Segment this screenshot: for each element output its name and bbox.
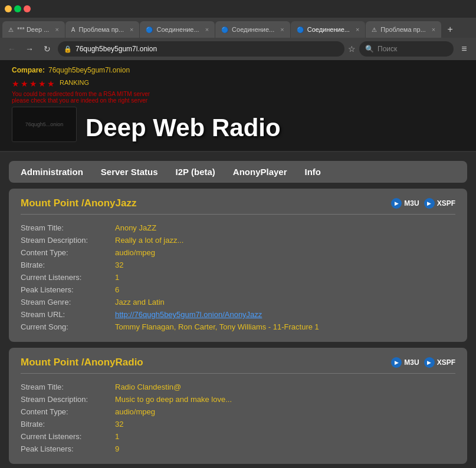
- xspf-icon-jazz: ▶: [424, 198, 435, 209]
- tab-title-3: Соединение...: [156, 26, 199, 33]
- main-navigation: Administration Server Status I2P (beta) …: [9, 161, 467, 183]
- stream-value-bitrate-radio: 32: [115, 420, 123, 429]
- tab-close-4[interactable]: ×: [280, 26, 284, 33]
- mount-links-radio: ▶ M3U ▶ XSPF: [391, 357, 455, 368]
- tab-close-6[interactable]: ×: [432, 26, 435, 33]
- menu-button[interactable]: ≡: [457, 42, 471, 56]
- tab-title-1: *** Deep ...: [17, 26, 49, 33]
- tab-1[interactable]: ⚠ *** Deep ... ×: [2, 21, 65, 38]
- navigation-bar: ← → ↻ 🔒 76qugh5bey5gum7l.onion ☆ 🔍 Поиск…: [0, 38, 476, 60]
- address-bar[interactable]: 🔒 76qugh5bey5gum7l.onion: [58, 41, 344, 57]
- xspf-link-jazz[interactable]: ▶ XSPF: [424, 198, 455, 209]
- tab-title-4: Соединение...: [232, 26, 274, 33]
- tab-5[interactable]: 🔵 Соединение... ×: [291, 21, 366, 38]
- stream-row-desc-radio: Stream Description: Music to go deep and…: [21, 393, 455, 406]
- stream-value-song: Tommy Flanagan, Ron Carter, Tony William…: [115, 322, 319, 331]
- tab-3[interactable]: 🔵 Соединение... ×: [140, 21, 215, 38]
- window-controls: [5, 5, 31, 12]
- stream-label-title-radio: Stream Title:: [21, 383, 115, 391]
- m3u-icon-jazz: ▶: [391, 198, 402, 209]
- lock-icon: 🔒: [64, 45, 72, 53]
- stream-row-desc-jazz: Stream Description: Really a lot of jazz…: [21, 234, 455, 246]
- stream-label-title: Stream Title:: [21, 223, 115, 232]
- tab-2[interactable]: А Проблема пр... ×: [65, 21, 140, 38]
- tab-title-5: Соединение...: [307, 26, 350, 33]
- nav-item-i2p-beta[interactable]: I2P (beta): [176, 167, 215, 177]
- stream-value-listeners-radio: 1: [115, 432, 119, 441]
- stream-label-peak: Peak Listeners:: [21, 285, 115, 294]
- compare-label: Compare:: [12, 66, 45, 74]
- tab-close-5[interactable]: ×: [356, 26, 359, 33]
- stream-label-desc-radio: Stream Description:: [21, 395, 115, 404]
- m3u-label-radio: M3U: [404, 358, 419, 367]
- bookmark-button[interactable]: ☆: [348, 44, 356, 54]
- tab-4[interactable]: 🔵 Соединение... ×: [215, 21, 290, 38]
- tab-close-1[interactable]: ×: [55, 26, 58, 33]
- star-label: RANKING: [60, 79, 89, 88]
- xspf-link-radio[interactable]: ▶ XSPF: [424, 357, 455, 368]
- stream-label-peak-radio: Peak Listeners:: [21, 444, 115, 453]
- m3u-link-jazz[interactable]: ▶ M3U: [391, 198, 419, 209]
- stream-row-song-jazz: Current Song: Tommy Flanagan, Ron Carter…: [21, 321, 455, 333]
- star-1: ★: [12, 79, 19, 88]
- stream-value-content-radio: audio/mpeg: [115, 407, 155, 416]
- stream-value-peak: 6: [115, 285, 119, 294]
- star-4: ★: [38, 79, 46, 88]
- search-box[interactable]: 🔍 Поиск: [359, 41, 454, 57]
- mount-card-anony-radio: Mount Point /AnonyRadio ▶ M3U ▶ XSPF Str…: [9, 348, 467, 464]
- title-bar: [0, 0, 476, 18]
- tab-favicon-6: ⚠: [372, 27, 377, 33]
- stream-label-genre: Stream Genre:: [21, 298, 115, 306]
- maximize-button[interactable]: [14, 5, 21, 12]
- xspf-label-jazz: XSPF: [437, 199, 455, 207]
- minimize-button[interactable]: [5, 5, 12, 12]
- reload-button[interactable]: ↻: [40, 42, 54, 56]
- browser-frame: ⚠ *** Deep ... × А Проблема пр... × 🔵 Со…: [0, 0, 476, 468]
- header-banner: Compare: 76qugh5bey5gum7l.onion ★ ★ ★ ★ …: [0, 60, 476, 152]
- stream-row-listeners-radio: Current Listeners: 1: [21, 430, 455, 443]
- close-button[interactable]: [24, 5, 31, 12]
- mount-header-jazz: Mount Point /AnonyJazz ▶ M3U ▶ XSPF: [21, 197, 455, 215]
- stream-value-url[interactable]: http://76qugh5bey5gum7l.onion/AnonyJazz: [115, 310, 262, 319]
- stream-row-title-jazz: Stream Title: Anony JaZZ: [21, 222, 455, 234]
- stream-value-genre: Jazz and Latin: [115, 298, 165, 306]
- stream-row-genre-jazz: Stream Genre: Jazz and Latin: [21, 296, 455, 308]
- page-content: Compare: 76qugh5bey5gum7l.onion ★ ★ ★ ★ …: [0, 60, 476, 468]
- back-button[interactable]: ←: [5, 42, 19, 56]
- star-3: ★: [29, 79, 37, 88]
- mount-title-jazz: Mount Point /AnonyJazz: [21, 197, 136, 209]
- forward-button[interactable]: →: [22, 42, 37, 56]
- tab-title-2: Проблема пр...: [79, 26, 124, 33]
- tab-6[interactable]: ⚠ Проблема пр... ×: [366, 21, 441, 38]
- stream-row-listeners-jazz: Current Listeners: 1: [21, 271, 455, 284]
- stream-label-desc: Stream Description:: [21, 236, 115, 245]
- xspf-label-radio: XSPF: [437, 358, 455, 367]
- tab-favicon-2: А: [71, 27, 75, 33]
- tab-favicon-1: ⚠: [8, 27, 14, 33]
- stream-row-content-jazz: Content Type: audio/mpeg: [21, 246, 455, 259]
- tab-close-3[interactable]: ×: [205, 26, 209, 33]
- stream-label-bitrate-radio: Bitrate:: [21, 420, 115, 429]
- mount-card-anony-jazz: Mount Point /AnonyJazz ▶ M3U ▶ XSPF Stre…: [9, 189, 467, 342]
- nav-item-anony-player[interactable]: AnonyPlayer: [233, 167, 287, 177]
- m3u-link-radio[interactable]: ▶ M3U: [391, 357, 419, 368]
- stream-value-desc-radio: Music to go deep and make love...: [115, 395, 232, 404]
- new-tab-button[interactable]: +: [442, 21, 458, 38]
- banner-logo: 76qugh5...onion: [12, 107, 77, 142]
- tab-favicon-4: 🔵: [221, 27, 228, 33]
- warning-main: You could be redirected from the a RSA M…: [12, 91, 464, 97]
- stream-label-listeners-radio: Current Listeners:: [21, 432, 115, 441]
- site-title: Deep Web Radio: [86, 114, 281, 142]
- stream-label-url: Stream URL:: [21, 310, 115, 319]
- stream-row-title-radio: Stream Title: Radio Clandestin@: [21, 381, 455, 393]
- nav-item-server-status[interactable]: Server Status: [101, 167, 158, 177]
- tab-close-2[interactable]: ×: [130, 26, 133, 33]
- xspf-icon-radio: ▶: [424, 357, 435, 368]
- mount-links-jazz: ▶ M3U ▶ XSPF: [391, 198, 455, 209]
- stream-row-peak-radio: Peak Listeners: 9: [21, 443, 455, 455]
- stream-value-desc: Really a lot of jazz...: [115, 236, 183, 245]
- nav-item-info[interactable]: Info: [305, 167, 321, 177]
- nav-item-administration[interactable]: Administration: [21, 167, 83, 177]
- stream-row-peak-jazz: Peak Listeners: 6: [21, 284, 455, 296]
- address-text: 76qugh5bey5gum7l.onion: [75, 45, 339, 53]
